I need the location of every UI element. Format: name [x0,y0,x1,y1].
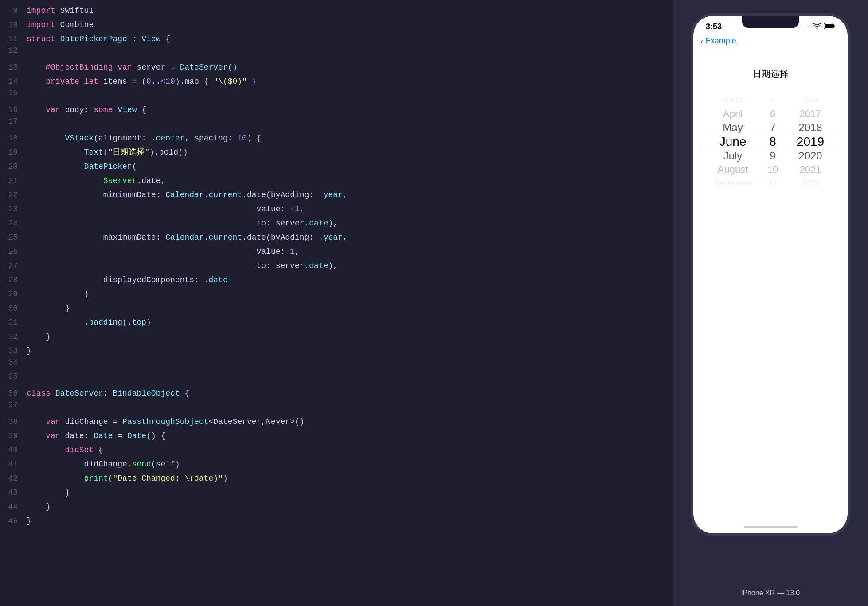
token: .padding [84,318,122,327]
line-content: import SwiftUI [27,4,94,18]
code-line: 9import SwiftUI [0,4,673,18]
token: to: server [27,219,305,228]
token: var [113,63,132,72]
line-number: 40 [5,446,27,454]
token: date: [60,431,94,440]
line-content: DatePicker( [27,159,137,174]
line-content: value: -1, [27,202,305,216]
token: 1 [290,247,295,256]
picker-month-item: May [708,121,757,135]
token: .date(byAdding: [242,190,319,199]
token: items = ( [98,77,146,86]
token: DateServer [180,63,228,72]
line-content: print("Date Changed: \(date)") [27,471,228,486]
token: () [228,63,238,72]
phone-frame: 3:53 ··· [691,13,850,536]
code-line: 22 minimumDate: Calendar.current.date(by… [0,188,673,202]
phone-preview-panel: 3:53 ··· [673,0,868,606]
code-line: 17 [0,117,673,131]
date-picker[interactable]: March April May June July August Septemb… [700,93,841,190]
picker-day-col[interactable]: 5 6 7 8 9 10 11 [757,93,788,190]
line-number: 25 [5,233,27,242]
token: } [27,517,31,525]
token: : [103,389,113,398]
token: .send [127,460,151,469]
picker-year-col[interactable]: 2015 2017 2018 2019 2020 2021 2022 [788,93,833,190]
token: Date [94,431,113,440]
picker-year-item: 2022 [788,177,833,190]
line-number: 19 [5,148,27,157]
token: , [343,190,348,199]
picker-day-item: 6 [757,107,788,120]
line-number: 36 [5,389,27,398]
line-number: 29 [5,290,27,299]
token: , spacing: [184,134,237,143]
token: DateServer [51,389,103,398]
code-line: 38 var didChange = PassthroughSubject<Da… [0,415,673,429]
line-content: to: server.date), [27,216,338,230]
status-time: 3:53 [706,22,722,31]
token: , [343,233,348,242]
code-line: 37 [0,400,673,415]
code-line: 11struct DatePickerPage : View { [0,32,673,46]
token: value: [27,205,290,214]
code-line: 27 to: server.date), [0,259,673,273]
token: private [27,77,79,86]
picker-month-col[interactable]: March April May June July August Septemb… [708,93,757,190]
line-content: Text("日期选择").bold() [27,145,188,159]
token: body: [60,105,94,114]
line-content: } [27,486,70,500]
token: ) { [247,134,261,143]
code-line: 13 @ObjectBinding var server = DateServe… [0,60,673,74]
token: struct [27,35,55,43]
line-number: 15 [5,89,27,97]
picker-day-item: 11 [757,177,788,190]
line-content: } [27,514,31,528]
token: BindableObject [113,389,180,398]
token: 10 [237,134,247,143]
token: () { [146,431,165,440]
token: ) [223,474,228,483]
token: Combine [55,20,94,29]
token: ).bold() [149,148,188,157]
line-content: } [27,330,51,344]
token: , [295,247,300,256]
back-button[interactable]: ‹ Example [700,36,736,46]
token: .date [305,261,328,270]
line-number: 10 [5,20,27,29]
token: ), [328,219,338,228]
line-number: 9 [5,6,27,15]
back-label: Example [705,36,736,46]
token [27,318,84,327]
token: ) [27,290,89,299]
picker-day-item-selected: 8 [757,135,788,149]
line-content: @ObjectBinding var server = DateServer() [27,60,237,74]
token: { [94,446,103,454]
line-number: 38 [5,417,27,426]
token: Date [127,431,146,440]
token: maximumDate: [27,233,165,242]
line-content: maximumDate: Calendar.current.date(byAdd… [27,230,348,245]
token: .year [319,190,343,199]
line-number: 18 [5,134,27,143]
token: View [141,35,160,43]
picker-month-item-selected: June [708,135,757,149]
token: .date(byAdding: [242,233,319,242]
token: ( [122,318,127,327]
token: } [27,346,31,355]
phone-notch [742,16,799,28]
token: { [160,35,170,43]
line-number: 43 [5,488,27,497]
token: didChange [27,460,127,469]
token: .. [151,77,161,86]
code-line: 24 to: server.date), [0,216,673,230]
line-content: private let items = (0..<10).map { "\($0… [27,74,257,89]
token: ) [146,318,151,327]
picker-month-item: July [708,149,757,163]
line-number: 12 [5,46,27,55]
nav-bar: ‹ Example [693,34,848,50]
picker-day-item: 9 [757,149,788,163]
token: -1 [290,205,300,214]
line-content: minimumDate: Calendar.current.date(byAdd… [27,188,348,202]
line-content: value: 1, [27,245,300,259]
